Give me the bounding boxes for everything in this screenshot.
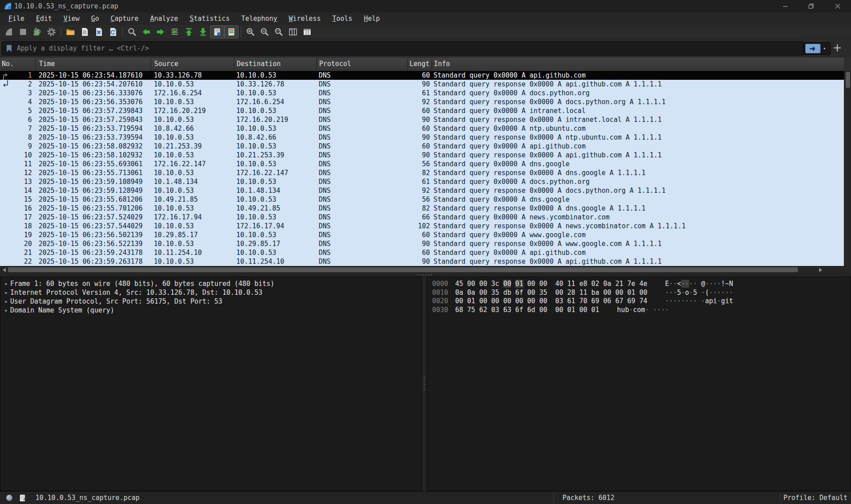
packet-row[interactable]: 122025-10-15 06:23:55.71306110.10.0.5317… bbox=[0, 168, 844, 177]
display-filter-input[interactable] bbox=[16, 44, 804, 53]
column-header-time[interactable]: Time bbox=[35, 58, 151, 71]
packet-row[interactable]: 152025-10-15 06:23:55.68120610.49.21.851… bbox=[0, 195, 844, 204]
add-filter-button[interactable]: + bbox=[832, 41, 842, 55]
profile-label[interactable]: Profile: Default bbox=[784, 492, 848, 504]
minimize-button[interactable] bbox=[777, 0, 794, 12]
packet-list-vscrollbar[interactable] bbox=[844, 71, 851, 273]
restore-button[interactable] bbox=[802, 0, 820, 12]
auto-scroll-button[interactable] bbox=[210, 25, 224, 39]
column-header-source[interactable]: Source bbox=[151, 58, 234, 71]
expand-arrow-icon[interactable]: ▸ bbox=[2, 297, 10, 306]
reset-layout-button[interactable] bbox=[300, 25, 314, 39]
hex-dump-row[interactable]: 000045 00 00 3c 00 01 00 0040 11 e8 02 0… bbox=[432, 280, 851, 289]
capture-options-button[interactable] bbox=[44, 25, 59, 39]
hex-dump-row[interactable]: 002000 01 00 00 00 00 00 0003 61 70 69 0… bbox=[432, 297, 851, 306]
detail-tree-row[interactable]: ▸Domain Name System (query) bbox=[0, 306, 422, 315]
filter-dropdown-chevron-icon[interactable]: ▾ bbox=[820, 46, 828, 51]
zoom-in-button[interactable] bbox=[243, 25, 258, 39]
packet-row[interactable]: 62025-10-15 06:23:57.25984310.10.0.53172… bbox=[0, 115, 844, 124]
zoom-original-button[interactable] bbox=[272, 25, 286, 39]
expert-info-icon[interactable] bbox=[6, 495, 12, 501]
capture-comment-icon[interactable] bbox=[20, 494, 26, 504]
packet-row[interactable]: 182025-10-15 06:23:57.54402910.10.0.5317… bbox=[0, 222, 844, 231]
menu-analyze[interactable]: Analyze bbox=[144, 13, 184, 24]
hex-dump-row[interactable]: 003068 75 62 03 63 6f 6d 0000 01 00 01hu… bbox=[432, 306, 851, 315]
detail-tree-row[interactable]: ▸User Datagram Protocol, Src Port: 56175… bbox=[0, 297, 422, 306]
start-capture-button[interactable] bbox=[2, 25, 16, 39]
hscrollbar-thumb[interactable] bbox=[8, 267, 798, 272]
close-button[interactable] bbox=[829, 0, 847, 12]
menu-telephony[interactable]: Telephony bbox=[235, 13, 283, 24]
menu-go[interactable]: Go bbox=[85, 13, 105, 24]
detail-tree-row[interactable]: ▸Frame 1: 60 bytes on wire (480 bits), 6… bbox=[0, 279, 422, 288]
packet-row[interactable]: 82025-10-15 06:23:53.73959410.10.0.5310.… bbox=[0, 133, 844, 142]
vscrollbar-thumb[interactable] bbox=[846, 72, 850, 88]
packet-list-hscrollbar[interactable] bbox=[0, 266, 844, 273]
ascii-char: · bbox=[717, 297, 721, 305]
column-header-info[interactable]: Info bbox=[432, 58, 844, 71]
packet-row[interactable]: 142025-10-15 06:23:59.12894910.10.0.5310… bbox=[0, 186, 844, 195]
scroll-right-icon[interactable] bbox=[817, 267, 824, 273]
packet-row[interactable]: 112025-10-15 06:23:55.693061172.16.22.14… bbox=[0, 160, 844, 168]
zoom-out-button[interactable] bbox=[258, 25, 272, 39]
packet-row[interactable]: 72025-10-15 06:23:53.71959410.8.42.6610.… bbox=[0, 124, 844, 133]
go-to-bottom-button[interactable] bbox=[196, 25, 210, 39]
ascii-char: 5 bbox=[693, 289, 697, 297]
horizontal-splitter[interactable] bbox=[0, 273, 851, 277]
packet-row[interactable]: 92025-10-15 06:23:58.08293210.21.253.391… bbox=[0, 142, 844, 151]
packet-row[interactable]: 42025-10-15 06:23:56.35307610.10.0.53172… bbox=[0, 98, 844, 106]
packet-row[interactable]: 202025-10-15 06:23:56.52213910.10.0.5310… bbox=[0, 239, 844, 248]
expand-arrow-icon[interactable]: ▸ bbox=[2, 288, 10, 297]
column-header-protocol[interactable]: Protocol bbox=[316, 58, 407, 71]
detail-tree-row[interactable]: ▸Internet Protocol Version 4, Src: 10.33… bbox=[0, 288, 422, 297]
packet-row[interactable]: 102025-10-15 06:23:58.10293210.10.0.5310… bbox=[0, 151, 844, 160]
scroll-left-icon[interactable] bbox=[1, 267, 7, 273]
packet-row[interactable]: 192025-10-15 06:23:56.50213910.29.85.171… bbox=[0, 231, 844, 239]
stop-capture-button[interactable] bbox=[16, 25, 30, 39]
close-file-button[interactable] bbox=[92, 25, 106, 39]
go-to-packet-button[interactable] bbox=[168, 25, 182, 39]
find-packet-button[interactable] bbox=[125, 25, 139, 39]
go-back-button[interactable] bbox=[139, 25, 153, 39]
packet-no: 18 bbox=[0, 222, 35, 231]
vertical-splitter[interactable] bbox=[422, 277, 426, 491]
toolbar-separator bbox=[61, 27, 61, 37]
packet-row[interactable]: 52025-10-15 06:23:57.239843172.16.20.219… bbox=[0, 106, 844, 115]
packet-row[interactable]: 222025-10-15 06:23:59.26317810.10.0.5310… bbox=[0, 257, 844, 266]
menu-tools[interactable]: Tools bbox=[327, 13, 358, 24]
display-filter-box[interactable] bbox=[2, 41, 804, 55]
packet-row[interactable]: 132025-10-15 06:23:59.10894910.1.48.1341… bbox=[0, 177, 844, 186]
apply-filter-button[interactable] bbox=[805, 44, 820, 53]
packet-row[interactable]: 172025-10-15 06:23:57.524029172.16.17.94… bbox=[0, 213, 844, 222]
menu-capture[interactable]: Capture bbox=[105, 13, 144, 24]
column-header-destination[interactable]: Destination bbox=[234, 58, 316, 71]
save-file-button[interactable] bbox=[78, 25, 92, 39]
resize-columns-button[interactable] bbox=[286, 25, 300, 39]
expand-arrow-icon[interactable]: ▸ bbox=[2, 279, 10, 288]
packet-row[interactable]: 162025-10-15 06:23:55.70120610.10.0.5310… bbox=[0, 204, 844, 213]
menu-wireless[interactable]: Wireless bbox=[283, 13, 326, 24]
go-forward-button[interactable] bbox=[153, 25, 168, 39]
restart-capture-button[interactable] bbox=[30, 25, 44, 39]
menu-statistics[interactable]: Statistics bbox=[184, 13, 235, 24]
hex-dump-row[interactable]: 00100a 0a 00 35 db 6f 00 3500 28 11 ba 0… bbox=[432, 289, 851, 297]
packet-row[interactable]: 22025-10-15 06:23:54.20761010.10.0.5310.… bbox=[0, 80, 844, 89]
menu-file[interactable]: File bbox=[3, 13, 30, 24]
column-header-lengt[interactable]: Lengt bbox=[407, 58, 432, 71]
go-to-top-button[interactable] bbox=[182, 25, 196, 39]
menu-help[interactable]: Help bbox=[358, 13, 386, 24]
open-file-button[interactable] bbox=[63, 25, 78, 39]
filter-bookmark-icon[interactable] bbox=[6, 44, 12, 53]
packet-row[interactable]: 32025-10-15 06:23:56.333076172.16.6.2541… bbox=[0, 89, 844, 98]
packet-row[interactable]: 212025-10-15 06:23:59.24317810.11.254.10… bbox=[0, 248, 844, 257]
packet-count[interactable]: Packets: 6012 bbox=[562, 492, 614, 504]
expand-arrow-icon[interactable]: ▸ bbox=[2, 306, 10, 315]
packet-row[interactable]: 12025-10-15 06:23:54.18761010.33.126.781… bbox=[0, 71, 844, 80]
colorize-button[interactable] bbox=[224, 25, 238, 39]
packet-no: 21 bbox=[0, 248, 35, 257]
menu-edit[interactable]: Edit bbox=[30, 13, 58, 24]
column-header-no[interactable]: No. bbox=[0, 58, 35, 71]
hex-byte: 21 bbox=[615, 280, 623, 288]
reload-file-button[interactable] bbox=[106, 25, 120, 39]
menu-view[interactable]: View bbox=[58, 13, 85, 24]
